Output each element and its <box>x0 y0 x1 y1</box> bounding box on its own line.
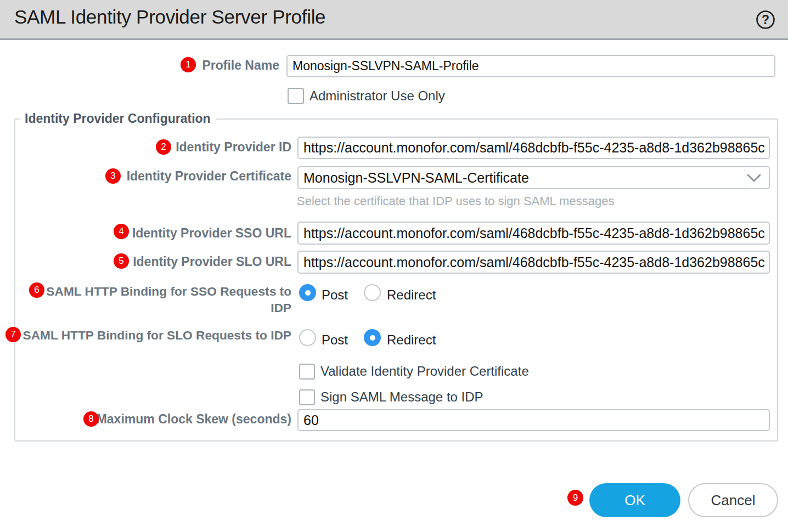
svg-text:?: ? <box>762 13 769 27</box>
